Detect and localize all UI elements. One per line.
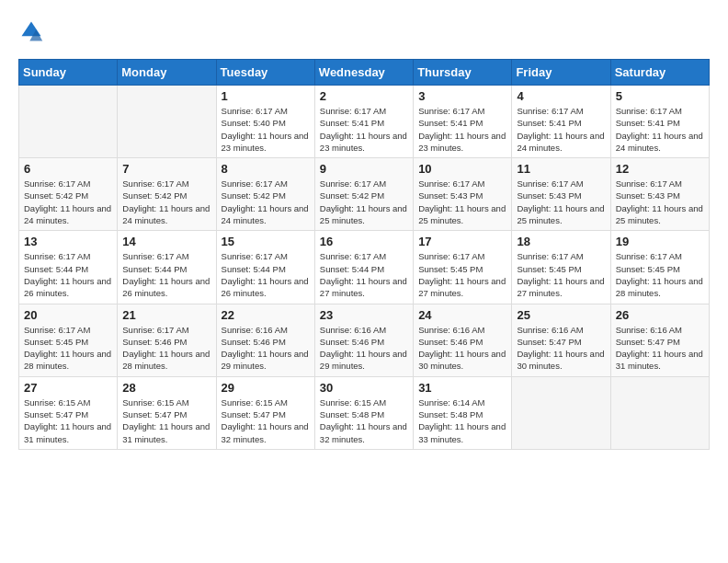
day-info: Sunrise: 6:17 AM Sunset: 5:40 PM Dayligh…: [222, 105, 310, 154]
calendar-cell: 1Sunrise: 6:17 AM Sunset: 5:40 PM Daylig…: [216, 86, 314, 158]
day-number: 3: [418, 89, 506, 103]
calendar-cell: 8Sunrise: 6:17 AM Sunset: 5:42 PM Daylig…: [216, 158, 314, 231]
day-number: 2: [320, 89, 408, 103]
calendar-cell: 6Sunrise: 6:17 AM Sunset: 5:42 PM Daylig…: [19, 158, 118, 231]
logo: [18, 18, 48, 44]
calendar-cell: 29Sunrise: 6:15 AM Sunset: 5:47 PM Dayli…: [216, 376, 314, 449]
day-info: Sunrise: 6:16 AM Sunset: 5:47 PM Dayligh…: [616, 324, 704, 373]
calendar-week-1: 1Sunrise: 6:17 AM Sunset: 5:40 PM Daylig…: [19, 86, 710, 158]
day-info: Sunrise: 6:17 AM Sunset: 5:43 PM Dayligh…: [517, 178, 605, 226]
calendar-cell: 14Sunrise: 6:17 AM Sunset: 5:44 PM Dayli…: [118, 231, 216, 304]
day-number: 25: [517, 308, 605, 322]
calendar-cell: 20Sunrise: 6:17 AM Sunset: 5:45 PM Dayli…: [19, 304, 118, 376]
calendar-cell: 30Sunrise: 6:15 AM Sunset: 5:48 PM Dayli…: [314, 376, 413, 449]
day-info: Sunrise: 6:17 AM Sunset: 5:42 PM Dayligh…: [222, 178, 310, 226]
weekday-header-tuesday: Tuesday: [216, 60, 314, 86]
day-info: Sunrise: 6:16 AM Sunset: 5:46 PM Dayligh…: [320, 324, 408, 373]
day-number: 30: [320, 381, 408, 395]
day-info: Sunrise: 6:15 AM Sunset: 5:47 PM Dayligh…: [122, 396, 210, 445]
day-number: 6: [24, 162, 112, 176]
day-number: 8: [222, 162, 310, 176]
calendar-cell: 21Sunrise: 6:17 AM Sunset: 5:46 PM Dayli…: [118, 304, 216, 376]
day-info: Sunrise: 6:14 AM Sunset: 5:48 PM Dayligh…: [418, 396, 506, 445]
day-number: 29: [222, 381, 310, 395]
calendar-cell: 12Sunrise: 6:17 AM Sunset: 5:43 PM Dayli…: [610, 158, 709, 231]
day-number: 12: [616, 162, 704, 176]
calendar-cell: 9Sunrise: 6:17 AM Sunset: 5:42 PM Daylig…: [314, 158, 413, 231]
day-number: 28: [122, 381, 210, 395]
calendar-cell: [512, 376, 610, 449]
weekday-header-monday: Monday: [118, 60, 216, 86]
day-number: 31: [418, 381, 506, 395]
day-info: Sunrise: 6:17 AM Sunset: 5:44 PM Dayligh…: [320, 250, 408, 299]
calendar-cell: 3Sunrise: 6:17 AM Sunset: 5:41 PM Daylig…: [414, 86, 512, 158]
day-info: Sunrise: 6:15 AM Sunset: 5:48 PM Dayligh…: [320, 396, 408, 445]
weekday-header-wednesday: Wednesday: [314, 60, 413, 86]
weekday-header-row: SundayMondayTuesdayWednesdayThursdayFrid…: [19, 60, 710, 86]
day-number: 14: [122, 235, 210, 248]
day-number: 20: [24, 308, 112, 322]
calendar-cell: 17Sunrise: 6:17 AM Sunset: 5:45 PM Dayli…: [414, 231, 512, 304]
calendar-week-3: 13Sunrise: 6:17 AM Sunset: 5:44 PM Dayli…: [19, 231, 710, 304]
day-info: Sunrise: 6:15 AM Sunset: 5:47 PM Dayligh…: [222, 396, 310, 445]
logo-icon: [18, 18, 44, 44]
calendar-cell: 24Sunrise: 6:16 AM Sunset: 5:46 PM Dayli…: [414, 304, 512, 376]
calendar-cell: 5Sunrise: 6:17 AM Sunset: 5:41 PM Daylig…: [610, 86, 709, 158]
calendar-cell: 31Sunrise: 6:14 AM Sunset: 5:48 PM Dayli…: [414, 376, 512, 449]
day-number: 26: [616, 308, 704, 322]
day-info: Sunrise: 6:17 AM Sunset: 5:45 PM Dayligh…: [24, 324, 112, 373]
day-number: 24: [418, 308, 506, 322]
calendar-cell: 4Sunrise: 6:17 AM Sunset: 5:41 PM Daylig…: [512, 86, 610, 158]
weekday-header-sunday: Sunday: [19, 60, 118, 86]
day-info: Sunrise: 6:17 AM Sunset: 5:42 PM Dayligh…: [122, 178, 210, 226]
day-number: 11: [517, 162, 605, 176]
day-info: Sunrise: 6:17 AM Sunset: 5:42 PM Dayligh…: [24, 178, 112, 226]
calendar-week-5: 27Sunrise: 6:15 AM Sunset: 5:47 PM Dayli…: [19, 376, 710, 449]
calendar-cell: 18Sunrise: 6:17 AM Sunset: 5:45 PM Dayli…: [512, 231, 610, 304]
calendar-cell: 19Sunrise: 6:17 AM Sunset: 5:45 PM Dayli…: [610, 231, 709, 304]
day-number: 16: [320, 235, 408, 248]
day-info: Sunrise: 6:17 AM Sunset: 5:43 PM Dayligh…: [616, 178, 704, 226]
day-info: Sunrise: 6:17 AM Sunset: 5:45 PM Dayligh…: [418, 250, 506, 299]
calendar-table: SundayMondayTuesdayWednesdayThursdayFrid…: [18, 59, 710, 450]
day-info: Sunrise: 6:17 AM Sunset: 5:44 PM Dayligh…: [222, 250, 310, 299]
day-info: Sunrise: 6:17 AM Sunset: 5:43 PM Dayligh…: [418, 178, 506, 226]
day-number: 22: [222, 308, 310, 322]
calendar-cell: 25Sunrise: 6:16 AM Sunset: 5:47 PM Dayli…: [512, 304, 610, 376]
day-number: 19: [616, 235, 704, 248]
calendar-week-4: 20Sunrise: 6:17 AM Sunset: 5:45 PM Dayli…: [19, 304, 710, 376]
calendar-cell: 16Sunrise: 6:17 AM Sunset: 5:44 PM Dayli…: [314, 231, 413, 304]
calendar-cell: 10Sunrise: 6:17 AM Sunset: 5:43 PM Dayli…: [414, 158, 512, 231]
day-number: 13: [24, 235, 112, 248]
day-number: 17: [418, 235, 506, 248]
day-number: 9: [320, 162, 408, 176]
calendar-cell: [118, 86, 216, 158]
day-info: Sunrise: 6:16 AM Sunset: 5:46 PM Dayligh…: [418, 324, 506, 373]
day-number: 4: [517, 89, 605, 103]
day-info: Sunrise: 6:17 AM Sunset: 5:44 PM Dayligh…: [24, 250, 112, 299]
day-number: 27: [24, 381, 112, 395]
calendar-cell: 2Sunrise: 6:17 AM Sunset: 5:41 PM Daylig…: [314, 86, 413, 158]
day-info: Sunrise: 6:17 AM Sunset: 5:45 PM Dayligh…: [517, 250, 605, 299]
day-info: Sunrise: 6:17 AM Sunset: 5:41 PM Dayligh…: [418, 105, 506, 154]
day-info: Sunrise: 6:17 AM Sunset: 5:41 PM Dayligh…: [616, 105, 704, 154]
day-info: Sunrise: 6:17 AM Sunset: 5:42 PM Dayligh…: [320, 178, 408, 226]
calendar-cell: 22Sunrise: 6:16 AM Sunset: 5:46 PM Dayli…: [216, 304, 314, 376]
day-number: 10: [418, 162, 506, 176]
day-info: Sunrise: 6:16 AM Sunset: 5:47 PM Dayligh…: [517, 324, 605, 373]
day-number: 18: [517, 235, 605, 248]
calendar-cell: 15Sunrise: 6:17 AM Sunset: 5:44 PM Dayli…: [216, 231, 314, 304]
day-info: Sunrise: 6:16 AM Sunset: 5:46 PM Dayligh…: [222, 324, 310, 373]
day-info: Sunrise: 6:17 AM Sunset: 5:44 PM Dayligh…: [122, 250, 210, 299]
calendar-week-2: 6Sunrise: 6:17 AM Sunset: 5:42 PM Daylig…: [19, 158, 710, 231]
weekday-header-saturday: Saturday: [610, 60, 709, 86]
day-number: 7: [122, 162, 210, 176]
weekday-header-friday: Friday: [512, 60, 610, 86]
calendar-cell: 23Sunrise: 6:16 AM Sunset: 5:46 PM Dayli…: [314, 304, 413, 376]
day-info: Sunrise: 6:17 AM Sunset: 5:41 PM Dayligh…: [517, 105, 605, 154]
weekday-header-thursday: Thursday: [414, 60, 512, 86]
calendar-cell: [610, 376, 709, 449]
day-number: 15: [222, 235, 310, 248]
day-info: Sunrise: 6:17 AM Sunset: 5:45 PM Dayligh…: [616, 250, 704, 299]
calendar-cell: 13Sunrise: 6:17 AM Sunset: 5:44 PM Dayli…: [19, 231, 118, 304]
